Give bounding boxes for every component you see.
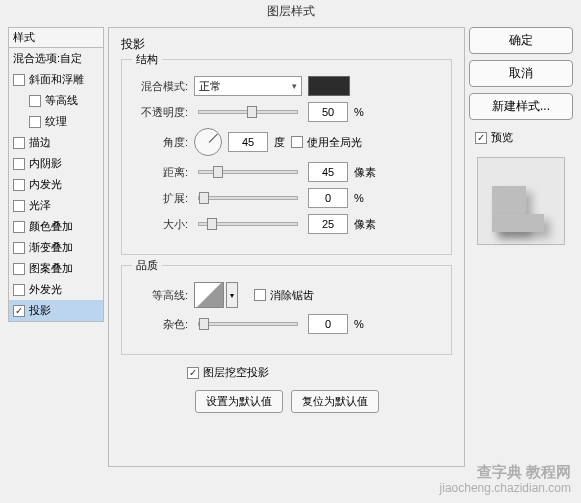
spread-unit: % [354,192,364,204]
dialog-title: 图层样式 [0,0,581,23]
noise-slider[interactable] [198,322,298,326]
size-input[interactable]: 25 [308,214,348,234]
watermark-brand: 查字典 教程网 [440,462,571,482]
structure-legend: 结构 [132,52,162,67]
style-item-1[interactable]: 等高线 [9,90,103,111]
style-item-4[interactable]: 内阴影 [9,153,103,174]
style-item-11[interactable]: 投影 [9,300,103,321]
contour-chevron-down-icon[interactable]: ▾ [226,282,238,308]
style-item-10[interactable]: 外发光 [9,279,103,300]
style-checkbox[interactable] [13,158,25,170]
style-checkbox[interactable] [13,221,25,233]
size-unit: 像素 [354,217,376,232]
preview-checkbox[interactable] [475,132,487,144]
style-checkbox[interactable] [13,242,25,254]
global-light-checkbox[interactable] [291,136,303,148]
style-item-8[interactable]: 渐变叠加 [9,237,103,258]
reset-default-button[interactable]: 复位为默认值 [291,390,379,413]
new-style-button[interactable]: 新建样式... [469,93,573,120]
quality-fieldset: 品质 等高线: ▾ 消除锯齿 杂色: 0 % [121,265,452,355]
noise-unit: % [354,318,364,330]
ok-button[interactable]: 确定 [469,27,573,54]
angle-label: 角度: [132,135,188,150]
style-label: 投影 [29,303,51,318]
spread-label: 扩展: [132,191,188,206]
angle-unit: 度 [274,135,285,150]
styles-header: 样式 [8,27,104,48]
style-label: 等高线 [45,93,78,108]
noise-input[interactable]: 0 [308,314,348,334]
blend-mode-value: 正常 [199,79,221,94]
style-label: 内发光 [29,177,62,192]
style-checkbox[interactable] [13,137,25,149]
style-label: 描边 [29,135,51,150]
chevron-down-icon: ▾ [292,81,297,91]
opacity-slider[interactable] [198,110,298,114]
style-checkbox[interactable] [13,179,25,191]
opacity-input[interactable]: 50 [308,102,348,122]
color-swatch[interactable] [308,76,350,96]
style-item-6[interactable]: 光泽 [9,195,103,216]
style-label: 渐变叠加 [29,240,73,255]
preview-label: 预览 [491,130,513,145]
main-title: 投影 [121,36,452,53]
style-item-7[interactable]: 颜色叠加 [9,216,103,237]
preview-box [477,157,565,245]
angle-dial[interactable] [194,128,222,156]
style-checkbox[interactable] [29,116,41,128]
blend-mode-label: 混合模式: [132,79,188,94]
opacity-unit: % [354,106,364,118]
style-checkbox[interactable] [13,284,25,296]
style-label: 斜面和浮雕 [29,72,84,87]
contour-label: 等高线: [132,288,188,303]
style-label: 外发光 [29,282,62,297]
knockout-checkbox[interactable] [187,367,199,379]
structure-fieldset: 结构 混合模式: 正常 ▾ 不透明度: 50 % 角度: [121,59,452,255]
size-slider[interactable] [198,222,298,226]
style-item-3[interactable]: 描边 [9,132,103,153]
noise-label: 杂色: [132,317,188,332]
style-item-2[interactable]: 纹理 [9,111,103,132]
preview-shape [492,186,526,232]
contour-picker[interactable] [194,282,224,308]
cancel-button[interactable]: 取消 [469,60,573,87]
distance-unit: 像素 [354,165,376,180]
global-light-label: 使用全局光 [307,135,362,150]
make-default-button[interactable]: 设置为默认值 [195,390,283,413]
style-label: 图案叠加 [29,261,73,276]
style-checkbox[interactable] [13,263,25,275]
antialias-label: 消除锯齿 [270,288,314,303]
spread-slider[interactable] [198,196,298,200]
style-label: 纹理 [45,114,67,129]
size-label: 大小: [132,217,188,232]
blend-mode-select[interactable]: 正常 ▾ [194,76,302,96]
angle-input[interactable]: 45 [228,132,268,152]
main-panel: 投影 结构 混合模式: 正常 ▾ 不透明度: 50 % [108,27,465,467]
style-label: 光泽 [29,198,51,213]
distance-input[interactable]: 45 [308,162,348,182]
distance-label: 距离: [132,165,188,180]
knockout-label: 图层挖空投影 [203,365,269,380]
style-checkbox[interactable] [13,74,25,86]
style-item-9[interactable]: 图案叠加 [9,258,103,279]
style-label: 内阴影 [29,156,62,171]
style-item-5[interactable]: 内发光 [9,174,103,195]
antialias-checkbox[interactable] [254,289,266,301]
watermark: 查字典 教程网 jiaocheng.chazidian.com [440,462,571,497]
style-checkbox[interactable] [29,95,41,107]
style-item-0[interactable]: 斜面和浮雕 [9,69,103,90]
right-panel: 确定 取消 新建样式... 预览 [469,27,573,467]
styles-panel: 样式 混合选项:自定 斜面和浮雕等高线纹理描边内阴影内发光光泽颜色叠加渐变叠加图… [8,27,104,467]
style-label: 颜色叠加 [29,219,73,234]
watermark-url: jiaocheng.chazidian.com [440,481,571,497]
opacity-label: 不透明度: [132,105,188,120]
style-checkbox[interactable] [13,200,25,212]
quality-legend: 品质 [132,258,162,273]
distance-slider[interactable] [198,170,298,174]
style-checkbox[interactable] [13,305,25,317]
blend-options[interactable]: 混合选项:自定 [8,48,104,69]
spread-input[interactable]: 0 [308,188,348,208]
